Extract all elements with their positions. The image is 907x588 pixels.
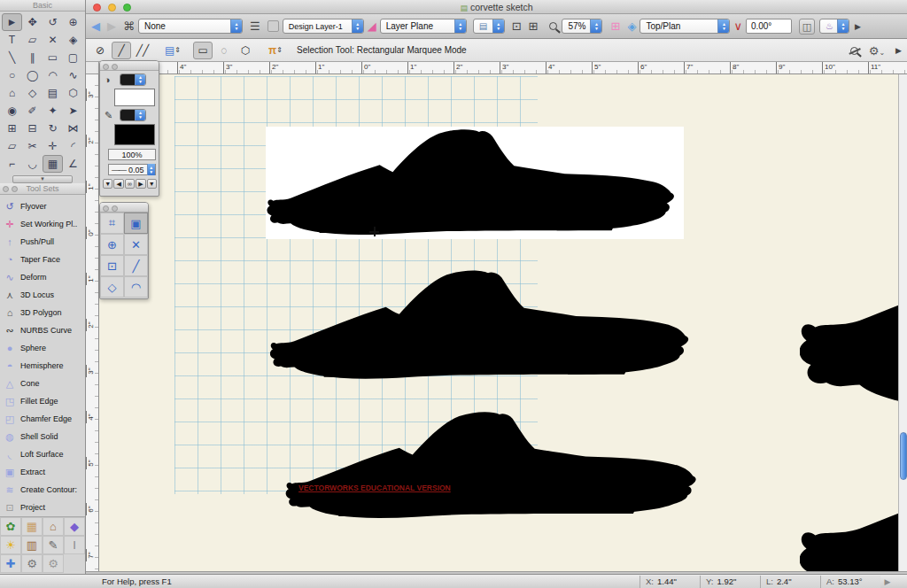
viewport-tool-icon[interactable]: ⊞ — [2, 120, 22, 137]
tool-set-item-loft-surface[interactable]: ◟Loft Surface — [4, 445, 85, 463]
corvette-sketch-red-top[interactable] — [267, 125, 686, 240]
snap-to-distance-button[interactable]: ⊡ — [100, 255, 124, 276]
layers-icon[interactable]: ☰ — [250, 19, 260, 33]
category-dims-notes-icon[interactable]: ✎ — [43, 536, 64, 554]
palette-dots-icon[interactable] — [103, 205, 118, 212]
corner-tool-icon[interactable]: ⌐ — [2, 155, 22, 173]
oval-tool-icon[interactable]: ◯ — [22, 66, 43, 84]
corvette-sketch-ghost-partial[interactable] — [800, 343, 907, 571]
render-style-dropdown[interactable]: ♨▲▼ — [819, 19, 849, 34]
spiral-tool-icon[interactable]: ◉ — [2, 102, 22, 120]
line-tool-icon[interactable]: ╲ — [2, 49, 22, 66]
saved-views-icon[interactable]: ⌘ — [123, 19, 135, 33]
basic-palette-expander[interactable]: ▼ — [12, 175, 73, 183]
fill-style-icon[interactable]: ◑ — [105, 74, 116, 85]
tool-set-item-fillet-edge[interactable]: ◳Fillet Edge — [4, 392, 85, 410]
attributes-palette-titlebar[interactable] — [100, 61, 159, 71]
plane-dropdown[interactable]: Layer Plane▲▼ — [380, 19, 467, 34]
callout-tool-icon[interactable]: ▱ — [22, 31, 43, 49]
unified-view-icon[interactable]: ◈ — [627, 19, 636, 33]
tool-set-item-shell-solid[interactable]: ◍Shell Solid — [4, 428, 85, 445]
single-object-reshape-mode[interactable]: ╱ — [112, 42, 131, 59]
vertical-scrollbar[interactable] — [898, 74, 907, 571]
category-furnishings-icon[interactable]: ▥ — [21, 536, 43, 554]
wand-tool-icon[interactable]: ✦ — [43, 102, 63, 120]
tool-set-item-set-working-plane[interactable]: ✛Set Working Pl.. — [4, 215, 85, 233]
surface-tool-icon[interactable]: ▤ — [43, 84, 63, 102]
freehand-tool-icon[interactable]: ∿ — [63, 66, 83, 84]
workbench-control[interactable]: π⇕ — [266, 42, 285, 59]
rectangle-tool-icon[interactable]: ▭ — [43, 49, 63, 66]
tool-set-item-chamfer-edge[interactable]: ◰Chamfer Edge — [4, 410, 85, 428]
scrollbar-thumb[interactable] — [900, 432, 907, 480]
tool-set-item-hemisphere[interactable]: ◓Hemisphere — [4, 357, 85, 375]
select-similar-tool-icon[interactable]: ➤ — [63, 102, 83, 120]
zoom-tool-icon[interactable]: ⊕ — [63, 13, 83, 31]
snap-to-grid-button[interactable]: ⌗ — [100, 213, 124, 234]
tool-set-item-nurbs-curve[interactable]: ∾NURBS Curve — [4, 321, 85, 339]
tool-set-item-sphere[interactable]: ●Sphere — [4, 339, 85, 357]
pen-style-icon[interactable]: ✎ — [105, 110, 116, 121]
double-line-tool-icon[interactable]: ∥ — [22, 49, 43, 66]
tool-set-item-3d-polygon[interactable]: ⌂3D Polygon — [4, 304, 85, 321]
attr-link-button[interactable]: ∞ — [125, 179, 135, 189]
snap-to-angle-button[interactable]: ⊕ — [100, 234, 124, 255]
corvette-sketch-red-bottom[interactable] — [285, 407, 709, 523]
disable-interactive-scaling-mode[interactable]: ⊘ — [90, 42, 110, 59]
drawing-canvas[interactable]: VECTORWORKS EDUCATIONAL VERSION — [99, 74, 907, 571]
tool-set-item-taper-face[interactable]: ◔Taper Face — [4, 251, 85, 268]
layer-options-button[interactable] — [267, 20, 279, 32]
snap-to-object-button[interactable]: ▣ — [124, 213, 148, 234]
lasso-mode[interactable]: ◌ — [214, 42, 234, 59]
hide-details-icon[interactable] — [850, 47, 858, 55]
2d-locus-tool-icon[interactable]: ✕ — [43, 31, 63, 49]
rounded-rectangle-tool-icon[interactable]: ▢ — [63, 49, 83, 66]
text-tool-icon[interactable]: T — [2, 31, 22, 49]
render-mode-button[interactable]: ◫ — [799, 19, 815, 35]
offset-tool-icon[interactable]: ◡ — [22, 155, 43, 173]
tool-set-item-3d-locus[interactable]: ⋏3D Locus — [4, 286, 85, 304]
pen-style-button[interactable]: ▲▼ — [120, 109, 146, 121]
pan-tool-icon[interactable]: ✥ — [22, 13, 43, 31]
category-visualization-icon[interactable]: ☀ — [0, 536, 21, 554]
fit-to-page-icon[interactable]: ⊡ — [512, 19, 522, 33]
fillet-tool-icon[interactable]: ◜ — [63, 137, 83, 155]
forward-button[interactable]: ▶ — [107, 19, 116, 33]
category-3d-modeling-icon[interactable]: ◆ — [64, 517, 85, 536]
zoom-level-dropdown[interactable]: 57%▲▼ — [562, 19, 602, 34]
rotate-tool-icon[interactable]: ↻ — [43, 120, 63, 137]
snap-to-intersection-button[interactable]: ✕ — [124, 234, 148, 255]
pen-color-swatch[interactable] — [114, 124, 155, 145]
corvette-sketch-outline[interactable] — [270, 266, 701, 384]
regular-polygon-tool-icon[interactable]: ⬡ — [63, 84, 83, 102]
tool-set-item-cone[interactable]: △Cone — [4, 375, 85, 392]
category-site-planning-icon[interactable]: ▦ — [21, 517, 43, 536]
rotation-angle-field[interactable]: 0.00° — [746, 19, 792, 34]
tool-preferences-button[interactable]: ⚙⌄ — [869, 44, 885, 58]
attr-prev-button[interactable]: ◀ — [113, 179, 123, 189]
polyline-tool-icon[interactable]: ◇ — [22, 84, 43, 102]
view-dropdown[interactable]: Top/Plan▲▼ — [640, 19, 730, 34]
tool-set-item-extract[interactable]: ▣Extract — [4, 463, 85, 481]
fill-color-swatch[interactable] — [114, 89, 155, 106]
back-button[interactable]: ◀ — [91, 19, 100, 33]
fill-style-button[interactable]: ▲▼ — [120, 74, 146, 86]
shear-tool-icon[interactable]: ▱ — [2, 137, 22, 155]
polygon-lasso-mode[interactable]: ⬡ — [236, 42, 255, 59]
eyedropper-tool-icon[interactable]: ✐ — [22, 102, 43, 120]
attr-next-button[interactable]: ▶ — [136, 179, 145, 189]
fit-to-objects-icon[interactable]: ⊞ — [529, 19, 539, 33]
constrain-working-plane-button[interactable]: ◇ — [100, 276, 124, 298]
attr-dropdown-button[interactable]: ▼ — [103, 179, 112, 189]
layer-dropdown[interactable]: Design Layer-1▲▼ — [283, 19, 364, 34]
line-weight-field[interactable]: —— 0.05 ▲▼ — [108, 164, 156, 175]
selection-options-control[interactable]: ▤⇕ — [163, 42, 182, 59]
snap-to-edge-button[interactable]: ╱ — [124, 255, 148, 276]
chamfer-tool-icon[interactable]: ∠ — [63, 155, 83, 173]
category-machine-design-icon[interactable]: ⚙ — [21, 554, 43, 573]
visibility-tool-icon[interactable]: ◈ — [63, 31, 83, 49]
selection-tool-icon[interactable]: ► — [2, 13, 22, 31]
document-options-dropdown[interactable]: ▤▲▼ — [473, 19, 505, 34]
working-plane-icon[interactable]: ◢ — [368, 19, 376, 33]
saved-views-dropdown[interactable]: None▲▼ — [138, 19, 243, 34]
